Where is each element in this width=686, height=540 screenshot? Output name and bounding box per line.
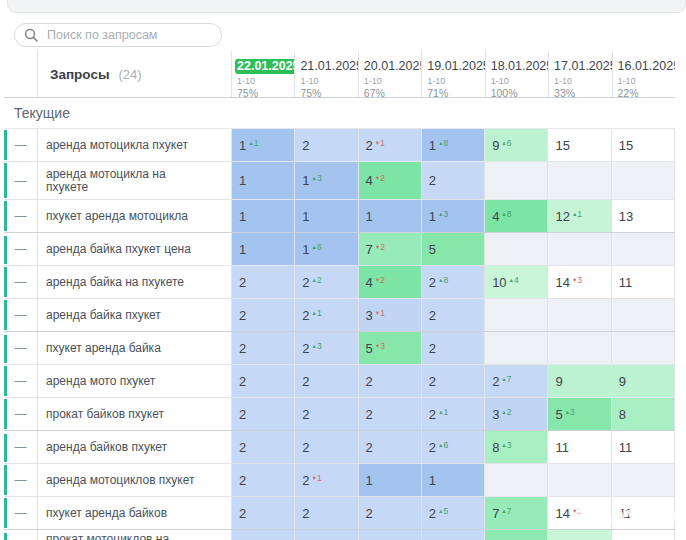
position-cell[interactable]: 1▲6	[294, 233, 357, 265]
position-cell[interactable]: 7▼2	[358, 233, 421, 265]
date-column-header[interactable]: 20.01.20251-1067%	[358, 51, 421, 97]
position-cell[interactable]	[547, 299, 610, 331]
position-cell[interactable]: 12▲1	[547, 200, 610, 232]
position-cell[interactable]: 2	[231, 497, 294, 529]
position-cell[interactable]: 5▼3	[358, 332, 421, 364]
position-cell[interactable]: 2▲5	[421, 497, 484, 529]
position-cell[interactable]: 1	[358, 200, 421, 232]
position-cell[interactable]: 1▲3	[294, 162, 357, 199]
keyword-cell[interactable]: аренда байка на пхукете	[37, 266, 231, 298]
position-cell[interactable]: 2▲4	[421, 530, 484, 540]
position-cell[interactable]: 2▲2	[294, 266, 357, 298]
position-cell[interactable]: 2	[358, 497, 421, 529]
position-cell[interactable]: 1	[358, 464, 421, 496]
keyword-cell[interactable]: аренда мото пхукет	[37, 365, 231, 397]
position-cell[interactable]: 11	[611, 497, 675, 529]
keyword-cell[interactable]: аренда мотоцикла пхукет	[37, 129, 231, 161]
position-cell[interactable]: 7▲7	[484, 497, 547, 529]
position-cell[interactable]	[547, 464, 610, 496]
position-cell[interactable]	[547, 332, 610, 364]
keyword-cell[interactable]: пхукет аренда байков	[37, 497, 231, 529]
position-cell[interactable]: 2	[231, 266, 294, 298]
position-cell[interactable]	[611, 162, 675, 199]
position-cell[interactable]: 2	[294, 530, 357, 540]
position-cell[interactable]	[484, 332, 547, 364]
position-cell[interactable]: 2▲7	[484, 365, 547, 397]
position-cell[interactable]: 2	[231, 299, 294, 331]
date-column-header[interactable]: 16.01.20251-1022%	[612, 51, 675, 97]
keyword-cell[interactable]: аренда мотоцикла на пхукете	[37, 162, 231, 199]
keyword-cell[interactable]: прокат мотоциклов на пхукете	[37, 530, 231, 540]
position-cell[interactable]: 2	[358, 530, 421, 540]
position-cell[interactable]: 2	[358, 365, 421, 397]
position-cell[interactable]: 2	[294, 497, 357, 529]
position-cell[interactable]: 2▲1	[421, 398, 484, 430]
position-cell[interactable]: 2	[421, 365, 484, 397]
position-cell[interactable]: 1	[231, 233, 294, 265]
position-cell[interactable]	[484, 233, 547, 265]
position-cell[interactable]: 4▲8	[484, 200, 547, 232]
date-column-header[interactable]: 18.01.20251-10100%	[485, 51, 548, 97]
position-cell[interactable]	[611, 464, 675, 496]
position-cell[interactable]: 2	[421, 332, 484, 364]
position-cell[interactable]: 2	[421, 299, 484, 331]
position-cell[interactable]: 9▲6	[484, 129, 547, 161]
position-cell[interactable]: 1	[294, 200, 357, 232]
keyword-cell[interactable]: аренда байков пхукет	[37, 431, 231, 463]
position-cell[interactable]: 14▼3	[547, 497, 610, 529]
position-cell[interactable]: 2▲8	[421, 266, 484, 298]
position-cell[interactable]: 1	[421, 464, 484, 496]
position-cell[interactable]	[611, 299, 675, 331]
position-cell[interactable]: 1▲8	[421, 129, 484, 161]
position-cell[interactable]: 2	[294, 398, 357, 430]
position-cell[interactable]: 2	[294, 365, 357, 397]
position-cell[interactable]: 15	[547, 129, 610, 161]
position-cell[interactable]	[547, 162, 610, 199]
keyword-cell[interactable]: аренда байка пхукет цена	[37, 233, 231, 265]
position-cell[interactable]: 4▼2	[358, 266, 421, 298]
position-cell[interactable]: 10▲4	[484, 266, 547, 298]
position-cell[interactable]: 9	[611, 365, 675, 397]
position-cell[interactable]: 15	[611, 129, 675, 161]
position-cell[interactable]: 13	[611, 530, 675, 540]
position-cell[interactable]: 2	[231, 398, 294, 430]
position-cell[interactable]	[484, 162, 547, 199]
keyword-cell[interactable]: пхукет аренда байка	[37, 332, 231, 364]
position-cell[interactable]: 2	[358, 431, 421, 463]
position-cell[interactable]: 13	[611, 200, 675, 232]
position-cell[interactable]: 5▲3	[547, 398, 610, 430]
position-cell[interactable]: 2	[231, 332, 294, 364]
keyword-cell[interactable]: аренда байка пхукет	[37, 299, 231, 331]
position-cell[interactable]: 2	[231, 365, 294, 397]
position-cell[interactable]: 3▼1	[358, 299, 421, 331]
date-column-header[interactable]: 19.01.20251-1071%	[421, 51, 484, 97]
position-cell[interactable]	[611, 233, 675, 265]
position-cell[interactable]: 2▼1	[294, 464, 357, 496]
keyword-cell[interactable]: прокат байков пхукет	[37, 398, 231, 430]
position-cell[interactable]: 2	[421, 162, 484, 199]
position-cell[interactable]: 2	[231, 431, 294, 463]
position-cell[interactable]	[484, 464, 547, 496]
date-column-header[interactable]: 21.01.20251-1075%	[294, 51, 357, 97]
position-cell[interactable]: 5	[421, 233, 484, 265]
position-cell[interactable]: 4▼2	[358, 162, 421, 199]
position-cell[interactable]: 2▼1	[358, 129, 421, 161]
position-cell[interactable]	[484, 299, 547, 331]
position-cell[interactable]	[611, 332, 675, 364]
position-cell[interactable]: 11	[547, 431, 610, 463]
keyword-cell[interactable]: пхукет аренда мотоцикла	[37, 200, 231, 232]
position-cell[interactable]: 8▲3	[484, 431, 547, 463]
position-cell[interactable]: 2	[294, 129, 357, 161]
position-cell[interactable]: 1	[231, 200, 294, 232]
position-cell[interactable]	[547, 233, 610, 265]
position-cell[interactable]: 11	[611, 431, 675, 463]
position-cell[interactable]: 2▲1	[294, 299, 357, 331]
position-cell[interactable]: 2	[231, 530, 294, 540]
position-cell[interactable]: 8	[611, 398, 675, 430]
position-cell[interactable]: 10▲3	[547, 530, 610, 540]
position-cell[interactable]: 11	[611, 266, 675, 298]
position-cell[interactable]: 1	[231, 162, 294, 199]
date-column-header[interactable]: 22.01.20251-1075%	[231, 51, 294, 97]
position-cell[interactable]: 6▲4	[484, 530, 547, 540]
position-cell[interactable]: 1▲1	[231, 129, 294, 161]
